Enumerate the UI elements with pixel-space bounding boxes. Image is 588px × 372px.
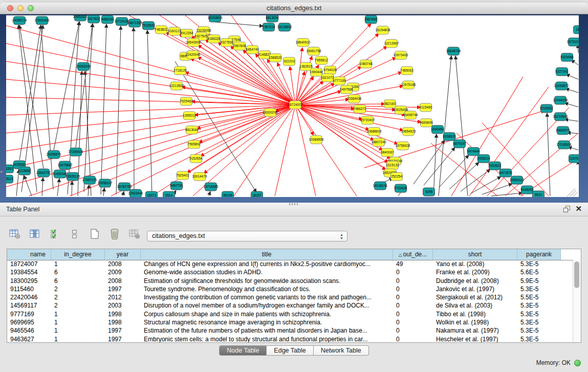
table-cell[interactable]: 0 [393,268,433,276]
table-cell[interactable]: 18300295 [7,277,51,285]
network-graph[interactable]: 1872400774638229160123891235423226058932… [6,15,579,197]
graph-edge[interactable] [439,155,469,187]
table-cell[interactable]: 2008 [105,260,141,268]
graph-node[interactable]: 9514 [163,191,175,197]
graph-node[interactable]: 10958107 [98,179,113,187]
graph-node[interactable]: 8912354 [180,29,193,37]
table-cell[interactable]: 0 [393,326,433,335]
graph-edge[interactable] [424,147,455,185]
table-cell[interactable]: 2012 [105,293,141,301]
table-cell[interactable]: 1997 [105,285,141,293]
table-cell[interactable]: 1998 [105,310,141,318]
graph-node[interactable]: 20053346 [76,62,91,71]
table-cell[interactable]: Stergiakouli et al. (2012) [433,293,517,301]
graph-node[interactable]: 6879197 [453,140,466,148]
table-cell[interactable]: Changes of HCN gene expression and I(f) … [141,260,393,268]
graph-node[interactable]: 16495794 [403,111,418,119]
column-header-out_de[interactable]: △out_de... [393,249,433,260]
table-cell[interactable]: 1997 [105,335,141,342]
graph-edge[interactable] [24,176,32,196]
graph-node[interactable]: 13942757 [36,169,51,177]
table-cell[interactable]: 2 [51,293,105,301]
graph-node[interactable]: 8454749 [246,46,259,54]
graph-node[interactable]: 1615132 [386,161,399,169]
graph-edge[interactable] [187,105,295,173]
table-cell[interactable]: 5.3E-5 [517,318,561,326]
graph-node[interactable]: 9610 [533,191,545,197]
graph-edge[interactable] [275,105,295,196]
tab-network-table[interactable]: Network Table [314,345,369,356]
graph-node[interactable]: 8186328 [207,35,221,43]
table-cell[interactable]: 9465546 [7,326,51,335]
graph-node[interactable]: 1117 [574,26,579,34]
table-cell[interactable]: 5.6E-5 [517,268,561,276]
network-canvas[interactable]: 1872400774638229160123891235423226058932… [6,15,579,197]
graph-node[interactable]: 7515520 [142,21,155,30]
graph-node[interactable]: 9457791 [170,182,183,190]
graph-node[interactable]: 2887682 [364,15,378,24]
graph-node[interactable]: 1588520 [269,54,282,62]
table-cell[interactable]: Tourette syndrome. Phenomenology and cla… [141,285,393,293]
graph-edge[interactable] [190,58,295,105]
graph-node[interactable]: 1990448 [310,68,323,76]
graph-node[interactable]: 9245052 [520,186,534,194]
graph-edge[interactable] [103,188,104,196]
table-cell[interactable]: 5.5E-5 [517,293,561,301]
graph-node[interactable]: 12444154 [553,96,568,104]
table-cell[interactable]: 0 [393,335,433,342]
graph-node[interactable]: 9329966 [560,53,574,61]
table-cell[interactable]: 1 [51,326,105,335]
graph-node[interactable]: 10975867 [58,161,73,169]
graph-node[interactable]: 19218506 [277,23,292,31]
graph-node[interactable]: 9327508 [220,38,233,47]
graph-node[interactable]: 9466160 [101,15,114,24]
table-cell[interactable]: Dudbridge et al. (2008) [433,277,517,285]
graph-node[interactable]: 18640910 [296,38,311,47]
table-cell[interactable]: 9115460 [7,285,51,293]
graph-node[interactable]: 16914479 [192,172,207,181]
table-cell[interactable]: 0 [393,293,433,301]
table-cell[interactable]: 0 [393,277,433,285]
graph-node[interactable]: 2935114 [477,155,490,163]
table-cell[interactable]: Wolkin et al. (1998) [433,318,517,326]
unselect-all-icon[interactable] [68,227,81,240]
graph-edge[interactable] [295,105,316,196]
graph-node[interactable]: 922203 [284,57,295,65]
table-cell[interactable]: 0 [393,310,433,318]
graph-node[interactable]: 950513 [6,175,13,183]
graph-node[interactable]: 16961758 [307,47,321,55]
graph-node[interactable]: 10654112 [510,176,525,184]
graph-node[interactable]: 24055724 [12,16,27,25]
graph-node[interactable]: 13505135 [66,172,80,181]
table-cell[interactable]: 1 [51,310,105,318]
table-cell[interactable]: 19384554 [7,268,51,276]
column-header-name[interactable]: name [7,249,51,260]
graph-edge[interactable] [564,119,578,121]
table-cell[interactable]: Hescheler et al. (1997) [433,335,517,342]
graph-node[interactable]: 16053809 [208,15,223,22]
panel-splitter-handle[interactable] [289,203,298,205]
table-cell[interactable]: Yano et al. (2008) [433,260,517,268]
table-cell[interactable]: 5.3E-5 [517,285,561,293]
graph-edge[interactable] [433,134,437,196]
graph-node[interactable]: 9215953 [540,104,553,113]
graph-node[interactable]: 9152654 [189,155,203,163]
table-cell[interactable]: 9463627 [7,335,51,342]
graph-node[interactable]: 20364436 [347,95,362,103]
table-cell[interactable]: Structural magnetic resonance image aver… [141,318,393,326]
graph-node[interactable]: 12213967 [384,39,399,48]
graph-node[interactable]: 9474444 [467,147,480,156]
table-cell[interactable]: 14569117 [7,301,51,310]
graph-edge[interactable] [209,191,210,196]
table-row[interactable]: 969969511998Structural magnetic resonanc… [7,318,573,326]
table-cell[interactable]: 0 [393,301,433,310]
resize-grip[interactable] [570,190,576,196]
graph-node[interactable]: 17016504 [557,141,572,149]
graph-edge[interactable] [6,105,295,115]
tab-edge-table[interactable]: Edge Table [267,345,313,356]
graph-edge[interactable] [471,177,501,193]
graph-edge[interactable] [72,181,72,196]
delete-columns-icon[interactable] [108,227,121,240]
graph-node[interactable]: 9160123 [168,27,181,35]
table-cell[interactable]: Investigating the contribution of common… [141,293,393,301]
